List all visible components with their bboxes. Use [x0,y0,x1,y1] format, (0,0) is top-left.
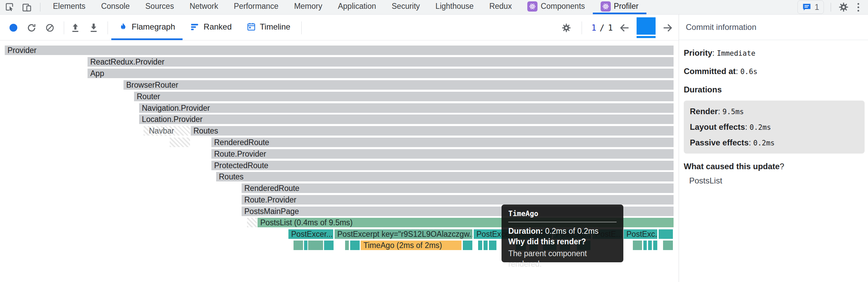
tab-lighthouse[interactable]: Lighthouse [428,0,482,14]
flame-bar[interactable] [484,241,488,250]
react-atom-icon [529,3,536,10]
flame-bar[interactable] [633,241,642,250]
view-tab-timeline[interactable]: Timeline [239,15,298,40]
flame-bar-routes[interactable]: Routes [191,126,674,136]
flame-bar-router[interactable]: Router [134,92,674,101]
flame-bar-postexcer[interactable]: PostExcer... [288,229,333,239]
devtools-tabs: ElementsConsoleSourcesNetworkPerformance… [45,0,646,14]
flame-bar[interactable] [294,241,303,250]
commit-info-title: Commit information [679,15,868,40]
toolbar-divider [301,21,302,34]
flame-bar[interactable] [463,241,472,250]
flame-icon [119,22,128,32]
profiler-view-tabs: FlamegraphRankedTimeline [111,15,298,40]
flame-bar-location-provider[interactable]: Location.Provider [139,114,674,124]
flame-bar[interactable] [170,138,190,147]
commit-snapshot-strip [637,36,656,38]
flame-bar[interactable] [478,241,482,250]
passive-effects-row: Passive effects: 0.2ms [690,138,865,147]
profiler-actions [0,15,60,40]
flame-bar[interactable] [489,241,496,250]
tab-profiler[interactable]: Profiler [593,0,646,14]
flame-bar-browserrouter[interactable]: BrowserRouter [124,80,674,90]
next-commit-arrow-icon[interactable] [662,22,673,34]
commit-navigation: 1 / 1 [561,15,679,40]
durations-heading: Durations [684,85,865,94]
flame-bar[interactable] [345,241,349,250]
flame-bar[interactable] [350,241,360,250]
react-atom-icon [602,3,609,10]
upload-profile-icon[interactable] [70,22,81,34]
chat-bubble-icon [802,3,811,11]
tabbar-left-icons [0,0,45,14]
toolbar-divider [582,21,582,34]
commit-info-panel: Commit information Priority: Immediate C… [679,15,868,282]
view-tab-ranked[interactable]: Ranked [183,15,239,40]
device-toolbar-icon[interactable] [21,1,33,13]
devtools-tabbar: ElementsConsoleSourcesNetworkPerformance… [0,0,868,15]
view-tab-flamegraph[interactable]: Flamegraph [111,15,183,40]
tabbar-divider [831,3,831,12]
flame-bar-navbar[interactable]: Navbar [144,126,190,136]
profiler-settings-gear-icon[interactable] [561,22,572,34]
flame-bar-route-provider[interactable]: Route.Provider [211,149,674,159]
committed-at-label: Committed at [684,67,736,76]
clear-profiling-data-icon[interactable] [44,22,56,34]
flame-bar[interactable] [648,241,652,250]
profiler-toolbar: FlamegraphRankedTimeline [0,15,679,40]
flame-bar[interactable] [663,241,673,250]
reload-and-profile-icon[interactable] [26,22,37,34]
tooltip-duration-line: Duration: 0.2ms of 0.2ms [508,226,617,236]
feedback-count: 1 [815,2,819,12]
timeline-calendar-icon [247,22,256,31]
flame-bar[interactable] [659,229,673,239]
flame-bar-protectedroute[interactable]: ProtectedRoute [211,161,674,170]
flame-bar[interactable] [324,241,334,250]
tab-security[interactable]: Security [384,0,428,14]
flame-bar-reactredux-provider[interactable]: ReactRedux.Provider [88,57,674,67]
tooltip-divider [508,222,617,222]
toolbar-divider [108,21,108,34]
flame-bar-postexcerpt[interactable]: PostExcerpt key="r9S12L9OAlazczgw... [335,229,472,239]
tab-redux[interactable]: Redux [482,0,520,14]
commit-snapshot-selector[interactable] [637,17,656,38]
flame-bar-navigation-provider[interactable]: Navigation.Provider [139,103,674,113]
more-options-icon[interactable] [854,2,863,13]
flame-bar-timeago[interactable]: TimeAgo (2ms of 2ms) [361,241,461,250]
feedback-button[interactable]: 1 [797,0,824,14]
flame-bar-postexc[interactable]: PostExc... [624,229,657,239]
tooltip-component-name: TimeAgo [508,210,617,218]
flame-bar[interactable] [247,218,257,227]
devtools-window: ElementsConsoleSourcesNetworkPerformance… [0,0,868,282]
tab-console[interactable]: Console [93,0,137,14]
flame-bar[interactable] [653,241,657,250]
tab-memory[interactable]: Memory [286,0,330,14]
flame-bar-renderedroute[interactable]: RenderedRoute [242,183,674,193]
priority-label: Priority [684,48,712,57]
flame-bar-renderedroute[interactable]: RenderedRoute [211,138,674,147]
flame-bar[interactable] [643,241,647,250]
flame-bar-app[interactable]: App [88,69,674,78]
tab-network[interactable]: Network [182,0,226,14]
tab-performance[interactable]: Performance [226,0,286,14]
what-caused-update-heading: What caused this update? [684,162,865,171]
flame-bar[interactable] [308,241,323,250]
flamegraph-tooltip: TimeAgo Duration: 0.2ms of 0.2ms Why did… [502,205,623,262]
update-cause-item[interactable]: PostsList [684,176,865,186]
tab-application[interactable]: Application [330,0,384,14]
commit-snapshot-bar[interactable] [637,17,656,35]
settings-gear-icon[interactable] [838,1,849,13]
flame-bar-routes[interactable]: Routes [216,172,674,181]
tab-sources[interactable]: Sources [137,0,182,14]
previous-commit-arrow-icon[interactable] [619,22,630,34]
flame-bar-provider[interactable]: Provider [5,46,674,55]
tab-components[interactable]: Components [520,0,592,14]
record-profiling-button[interactable] [7,22,19,34]
tab-elements[interactable]: Elements [45,0,93,14]
flame-bar-route-provider[interactable]: Route.Provider [242,195,674,205]
commit-current: 1 [591,23,596,33]
inspect-element-icon[interactable] [4,1,16,13]
download-profile-icon[interactable] [88,22,99,34]
flame-bar[interactable] [304,241,307,250]
committed-at-value: 0.6s [740,68,758,76]
